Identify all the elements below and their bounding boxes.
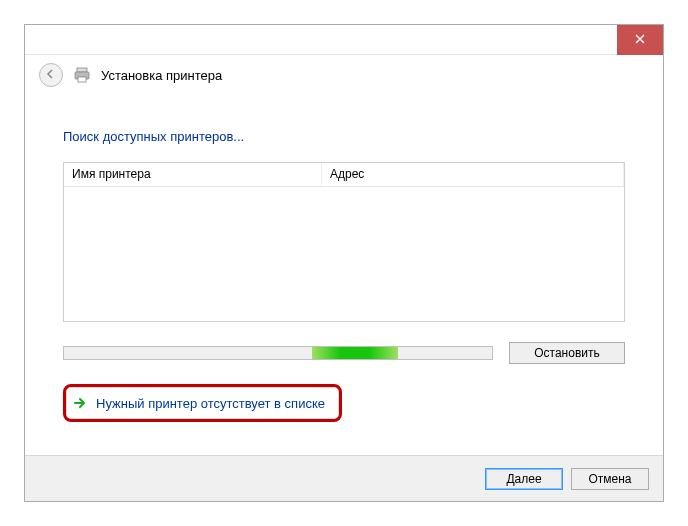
body: Поиск доступных принтеров... Имя принтер… xyxy=(25,129,663,422)
close-icon xyxy=(635,33,645,47)
add-printer-wizard-window: Установка принтера Поиск доступных принт… xyxy=(24,24,664,502)
progress-fill xyxy=(312,347,398,359)
arrow-right-icon xyxy=(72,395,88,411)
column-address[interactable]: Адрес xyxy=(322,163,624,186)
searching-label: Поиск доступных принтеров... xyxy=(63,129,625,144)
window-close-button[interactable] xyxy=(617,25,663,55)
header: Установка принтера xyxy=(25,55,663,101)
list-header: Имя принтера Адрес xyxy=(64,163,624,187)
column-printer-name[interactable]: Имя принтера xyxy=(64,163,322,186)
printer-icon xyxy=(73,66,91,84)
stop-button[interactable]: Остановить xyxy=(509,342,625,364)
wizard-title: Установка принтера xyxy=(101,68,222,83)
titlebar xyxy=(25,25,663,55)
next-button[interactable]: Далее xyxy=(485,468,563,490)
back-button[interactable] xyxy=(39,63,63,87)
printer-list[interactable]: Имя принтера Адрес xyxy=(63,162,625,322)
search-progress-bar xyxy=(63,346,493,360)
back-arrow-icon xyxy=(45,68,57,83)
svg-rect-0 xyxy=(77,68,87,72)
footer: Далее Отмена xyxy=(25,455,663,501)
svg-rect-2 xyxy=(78,77,86,82)
printer-not-listed-link[interactable]: Нужный принтер отсутствует в списке xyxy=(96,396,325,411)
cancel-button[interactable]: Отмена xyxy=(571,468,649,490)
progress-row: Остановить xyxy=(63,342,625,364)
missing-printer-highlight: Нужный принтер отсутствует в списке xyxy=(63,384,342,422)
